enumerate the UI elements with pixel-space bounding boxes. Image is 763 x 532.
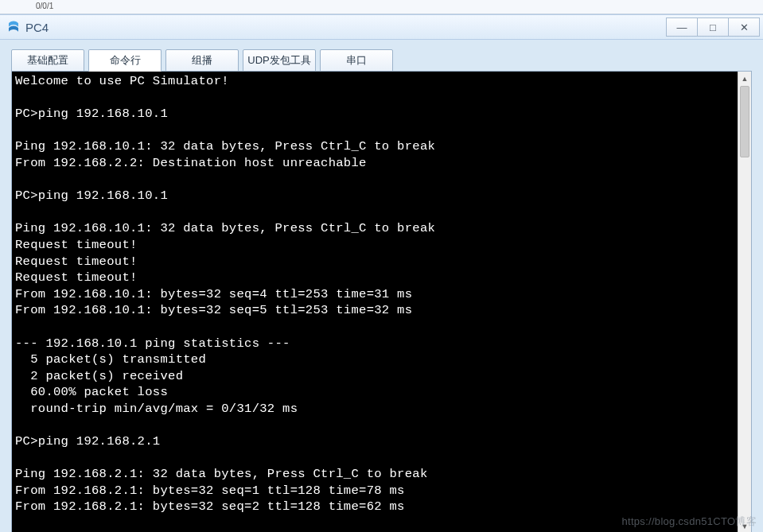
tab-command-line[interactable]: 命令行 — [88, 49, 162, 72]
close-icon: ✕ — [740, 21, 749, 33]
maximize-icon: □ — [710, 21, 716, 33]
remnant-text: 0/0/1 — [36, 2, 53, 10]
scroll-up-icon[interactable]: ▲ — [738, 72, 751, 85]
tab-label: 组播 — [192, 53, 212, 68]
close-button[interactable]: ✕ — [728, 17, 760, 37]
tab-label: 串口 — [346, 53, 367, 68]
maximize-button[interactable]: □ — [697, 17, 729, 37]
window-titlebar: PC4 — □ ✕ — [0, 14, 763, 40]
tab-udp-tool[interactable]: UDP发包工具 — [243, 49, 316, 72]
window-controls: — □ ✕ — [667, 17, 760, 37]
content-area: 基础配置 命令行 组播 UDP发包工具 串口 Welcome to use PC… — [0, 40, 763, 532]
minimize-icon: — — [677, 21, 687, 33]
background-remnant: 0/0/1 — [0, 0, 763, 14]
minimize-button[interactable]: — — [666, 17, 698, 37]
app-icon — [6, 20, 21, 34]
scroll-thumb[interactable] — [740, 86, 749, 157]
tab-bar: 基础配置 命令行 组播 UDP发包工具 串口 — [11, 49, 752, 72]
scrollbar[interactable]: ▲ ▼ — [738, 72, 751, 532]
tab-label: 命令行 — [110, 53, 141, 68]
tab-serial[interactable]: 串口 — [320, 49, 393, 72]
terminal-output[interactable]: Welcome to use PC Simulator! PC>ping 192… — [12, 72, 738, 532]
terminal-panel: Welcome to use PC Simulator! PC>ping 192… — [11, 71, 752, 532]
tab-label: 基础配置 — [27, 53, 68, 68]
window-title: PC4 — [25, 21, 49, 34]
watermark-text: https://blog.csdn51CTO博客 — [621, 515, 757, 529]
tab-basic-config[interactable]: 基础配置 — [11, 49, 84, 72]
tab-label: UDP发包工具 — [247, 53, 310, 68]
tab-multicast[interactable]: 组播 — [165, 49, 239, 72]
